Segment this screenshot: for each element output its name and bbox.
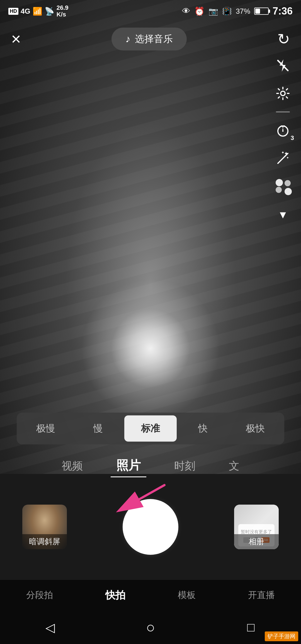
- alarm-icon: ⏰: [194, 6, 205, 16]
- filter-thumbnail[interactable]: 暗调斜屏: [22, 505, 67, 549]
- album-thumbnail[interactable]: 暂时没有更多了 + 消融 相册: [234, 505, 279, 549]
- hd-badge: HD: [8, 8, 18, 15]
- mode-photo[interactable]: 照片: [111, 454, 146, 477]
- music-select-button[interactable]: ♪ 选择音乐: [111, 28, 187, 50]
- speed-item-standard[interactable]: 标准: [124, 415, 177, 442]
- watermark: 铲子手游网: [265, 631, 298, 641]
- beauty-icon: [276, 179, 290, 193]
- signal-icon: 📶: [33, 7, 42, 16]
- recents-button[interactable]: □: [240, 616, 262, 638]
- svg-point-1: [281, 91, 285, 96]
- speed-item-fast[interactable]: 快: [177, 415, 229, 442]
- bottom-nav: 分段拍 快拍 模板 开直播: [0, 580, 301, 611]
- svg-text:✦: ✦: [281, 151, 285, 155]
- system-nav: ◁ ○ □: [0, 611, 301, 644]
- speed-item-slow[interactable]: 慢: [72, 415, 124, 442]
- timer-count: 3: [291, 134, 294, 142]
- icon-divider: [276, 112, 290, 112]
- status-time: 7:36: [273, 5, 293, 17]
- eye-icon: 👁: [182, 6, 190, 16]
- shutter-button[interactable]: [123, 499, 178, 555]
- music-icon: ♪: [125, 33, 130, 45]
- beauty-button[interactable]: [273, 176, 293, 196]
- mode-text[interactable]: 文: [223, 456, 245, 476]
- camera-glow: [81, 279, 220, 418]
- more-button[interactable]: ▾: [273, 204, 293, 224]
- home-button[interactable]: ○: [139, 616, 162, 638]
- flip-camera-button[interactable]: ↻: [277, 30, 290, 48]
- nav-quick-shoot[interactable]: 快拍: [97, 586, 134, 605]
- nav-segment-shoot[interactable]: 分段拍: [18, 586, 61, 604]
- speed-item-very-slow[interactable]: 极慢: [20, 415, 72, 442]
- battery-bar: [254, 8, 269, 15]
- music-button-label: 选择音乐: [135, 33, 173, 45]
- speed-item-very-fast[interactable]: 极快: [229, 415, 281, 442]
- screen: HD 4G 📶 📡 26.9 K/s 👁 ⏰ 📷 📳 37% 7:36 × ♪ …: [0, 0, 301, 644]
- svg-line-4: [278, 156, 285, 163]
- wifi-icon: 📡: [45, 7, 54, 16]
- network-speed: 26.9 K/s: [57, 4, 69, 18]
- magic-wand-button[interactable]: ✦ ✦ ✦: [273, 149, 293, 168]
- network-type: 4G: [21, 7, 30, 16]
- flash-button[interactable]: [273, 56, 293, 75]
- timer-button[interactable]: 3: [273, 121, 293, 140]
- mode-selector: 视频 照片 时刻 文: [0, 454, 301, 477]
- svg-point-3: [282, 130, 284, 132]
- camera-icon: 📷: [208, 7, 218, 16]
- battery-percent: 37%: [236, 7, 250, 16]
- speed-selector: 极慢 慢 标准 快 极快: [17, 413, 284, 444]
- back-button[interactable]: ◁: [39, 616, 61, 638]
- shutter-inner: [128, 505, 173, 549]
- status-bar: HD 4G 📶 📡 26.9 K/s 👁 ⏰ 📷 📳 37% 7:36: [0, 0, 301, 22]
- top-controls: × ♪ 选择音乐 ↻: [0, 22, 301, 56]
- status-right: 👁 ⏰ 📷 📳 37% 7:36: [182, 5, 293, 17]
- vibrate-icon: 📳: [222, 7, 232, 16]
- right-icons-panel: 3 ✦ ✦ ✦ ▾: [273, 56, 293, 224]
- mode-video[interactable]: 视频: [56, 456, 88, 476]
- nav-template[interactable]: 模板: [169, 586, 204, 604]
- mode-moment[interactable]: 时刻: [169, 456, 201, 476]
- nav-live[interactable]: 开直播: [240, 586, 283, 604]
- settings-button[interactable]: [273, 84, 293, 103]
- close-button[interactable]: ×: [11, 31, 21, 47]
- bottom-camera-controls: 暗调斜屏 暂时没有更多了 + 消融 相册: [0, 482, 301, 572]
- filter-label: 暗调斜屏: [22, 534, 67, 549]
- album-label: 相册: [234, 534, 279, 549]
- status-left: HD 4G 📶 📡 26.9 K/s: [8, 4, 69, 18]
- svg-text:✦: ✦: [286, 156, 289, 160]
- camera-viewfinder: [0, 0, 301, 474]
